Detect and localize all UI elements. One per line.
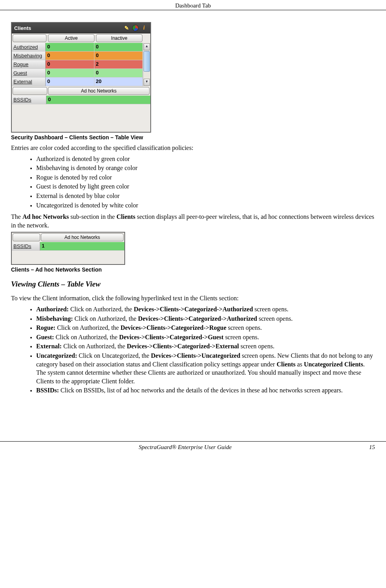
list-item: Misbehaving is denoted by orange color bbox=[36, 164, 375, 172]
item-label: Uncategorized: bbox=[36, 352, 77, 359]
adhoc-header-row: Ad hoc Networks bbox=[12, 233, 124, 242]
nav-path: Devices->Clients->Uncategorized bbox=[151, 352, 240, 359]
text: sub-section in the bbox=[69, 213, 116, 220]
adhoc-networks-button[interactable]: Ad hoc Networks bbox=[41, 233, 124, 241]
widget-empty-area bbox=[12, 251, 124, 264]
text: screen opens. bbox=[253, 306, 288, 312]
notes-icon[interactable]: ✎ bbox=[123, 24, 131, 31]
color-legend-list: Authorized is denoted by green color Mis… bbox=[11, 155, 375, 210]
cell-value[interactable]: 0 bbox=[46, 69, 94, 78]
scroll-down-icon[interactable]: ▼ bbox=[144, 79, 150, 86]
nav-intro: To view the Client information, click th… bbox=[11, 294, 375, 303]
adhoc-networks-button[interactable]: Ad hoc Networks bbox=[48, 87, 150, 95]
nav-list: Authorized: Click on Authorized, the Dev… bbox=[11, 305, 375, 395]
list-item: Misbehaving: Click on Authorized, the De… bbox=[36, 314, 375, 323]
vertical-scrollbar[interactable]: ▲ ▼ bbox=[143, 43, 150, 86]
cell-value[interactable]: 0 bbox=[94, 52, 143, 60]
bssids-value[interactable]: 0 bbox=[46, 96, 150, 104]
text: Click on Authorized, the bbox=[55, 324, 120, 331]
cell-value[interactable]: 2 bbox=[94, 60, 143, 69]
adhoc-header-row: Ad hoc Networks bbox=[12, 86, 150, 96]
link-rogue[interactable]: Rogue bbox=[12, 60, 46, 69]
item-label: Misbehaving: bbox=[36, 315, 73, 322]
list-item: External is denoted by blue color bbox=[36, 192, 375, 200]
running-header: Dashboard Tab bbox=[0, 0, 386, 10]
cell-value[interactable]: 0 bbox=[46, 78, 94, 86]
adhoc-blank bbox=[13, 87, 47, 95]
item-label: Authorized: bbox=[36, 306, 69, 312]
column-active[interactable]: Active bbox=[48, 34, 94, 42]
list-item: Authorized is denoted by green color bbox=[36, 155, 375, 163]
list-item: Guest: Click on Authorized, the Devices-… bbox=[36, 333, 375, 342]
row-misbehaving: Misbehaving 0 0 bbox=[12, 52, 143, 60]
list-item: Rogue is denoted by red color bbox=[36, 173, 375, 182]
cell-value[interactable]: 20 bbox=[94, 78, 143, 86]
text: Click on Uncategorized, the bbox=[77, 352, 151, 359]
footer-title: SpectraGuard® Enterprise User Guide bbox=[11, 444, 359, 451]
scroll-up-icon[interactable]: ▲ bbox=[144, 43, 150, 50]
list-item: Uncategorized: Click on Uncategorized, t… bbox=[36, 351, 375, 385]
text: The bbox=[11, 213, 22, 220]
intro-paragraph: Entries are color coded according to the… bbox=[11, 144, 375, 152]
list-item: Rogue: Click on Authorized, the Devices-… bbox=[36, 324, 375, 332]
nav-path: Devices->Clients->Categorized->Authorize… bbox=[134, 306, 253, 312]
info-icon[interactable]: i bbox=[140, 24, 148, 31]
adhoc-blank bbox=[13, 233, 40, 241]
nav-path: Devices->Clients->Categorized->External bbox=[127, 343, 239, 349]
widget-title: Clients bbox=[14, 25, 31, 31]
text: screen opens. bbox=[223, 334, 259, 340]
link-bssids[interactable]: BSSIDs bbox=[12, 242, 40, 251]
adhoc-paragraph: The Ad hoc Networks sub-section in the C… bbox=[11, 213, 375, 229]
nav-path: Devices->Clients->Categorized->Authorize… bbox=[138, 315, 257, 322]
row-bssids: BSSIDs 0 bbox=[12, 96, 150, 104]
text: Click on Authorized, the bbox=[69, 306, 134, 312]
header-blank bbox=[13, 34, 46, 42]
figure-caption: Security Dashboard – Clients Section – T… bbox=[11, 134, 375, 141]
item-label: Rogue: bbox=[36, 324, 55, 331]
bold-text: Clients bbox=[277, 361, 296, 368]
link-external[interactable]: External bbox=[12, 78, 46, 86]
text: screen opens. bbox=[257, 315, 292, 322]
list-item: External: Click on Authorized, the Devic… bbox=[36, 342, 375, 351]
link-misbehaving[interactable]: Misbehaving bbox=[12, 52, 46, 60]
row-external: External 0 20 bbox=[12, 78, 143, 86]
row-authorized: Authorized 0 0 bbox=[12, 43, 143, 52]
row-guest: Guest 0 0 bbox=[12, 69, 143, 78]
clients-widget: Clients ✎ i Active Inactive Authorized 0… bbox=[11, 22, 151, 133]
cell-value[interactable]: 0 bbox=[94, 69, 143, 78]
text: as bbox=[296, 361, 304, 368]
bold-text: Ad hoc Networks bbox=[22, 213, 69, 220]
bold-text: Clients bbox=[116, 213, 135, 220]
cell-value[interactable]: 0 bbox=[46, 43, 94, 52]
nav-path: Devices->Clients->Categorized->Rogue bbox=[120, 324, 226, 331]
column-inactive[interactable]: Inactive bbox=[96, 34, 142, 42]
list-item: Uncategorized is denoted by white color bbox=[36, 201, 375, 210]
list-item: BSSIDs: Click on BSSIDs, list of ad hoc … bbox=[36, 386, 375, 395]
link-authorized[interactable]: Authorized bbox=[12, 43, 46, 52]
item-label: External: bbox=[36, 343, 62, 349]
pie-chart-icon[interactable] bbox=[131, 24, 139, 31]
list-item: Authorized: Click on Authorized, the Dev… bbox=[36, 305, 375, 314]
bold-text: Uncategorized Clients bbox=[304, 361, 363, 368]
text: Click on BSSIDs, list of ad hoc networks… bbox=[59, 387, 343, 394]
link-guest[interactable]: Guest bbox=[12, 69, 46, 78]
row-rogue: Rogue 0 2 bbox=[12, 60, 143, 69]
text: Click on Authorized, the bbox=[62, 343, 127, 349]
widget-titlebar: Clients ✎ i bbox=[12, 23, 150, 33]
scroll-thumb[interactable] bbox=[144, 51, 150, 72]
cell-value[interactable]: 0 bbox=[46, 60, 94, 69]
figure-caption: Clients – Ad hoc Networks Section bbox=[11, 266, 375, 273]
bssids-value[interactable]: 1 bbox=[40, 242, 124, 251]
adhoc-widget: Ad hoc Networks BSSIDs 1 bbox=[11, 232, 125, 265]
column-header-row: Active Inactive bbox=[12, 33, 150, 43]
nav-path: Devices->Clients->Categorized->Guest bbox=[119, 334, 224, 340]
text: screen opens. bbox=[226, 324, 262, 331]
section-heading: Viewing Clients – Table View bbox=[11, 280, 375, 288]
text: Click on Authorized, the bbox=[73, 315, 138, 322]
item-label: BSSIDs: bbox=[36, 387, 59, 394]
page-number: 15 bbox=[359, 444, 375, 451]
link-bssids[interactable]: BSSIDs bbox=[12, 96, 46, 104]
list-item: Guest is denoted by light green color bbox=[36, 182, 375, 191]
cell-value[interactable]: 0 bbox=[94, 43, 143, 52]
cell-value[interactable]: 0 bbox=[46, 52, 94, 60]
